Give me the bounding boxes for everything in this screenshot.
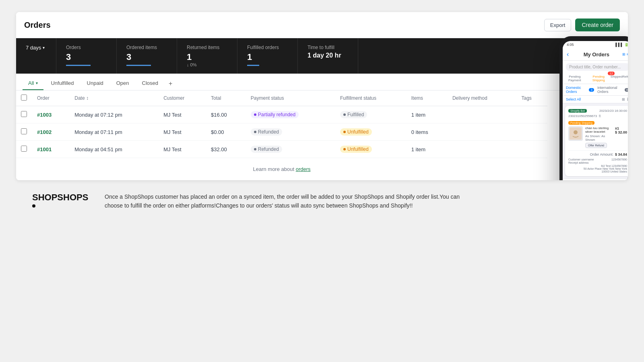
pending-payment-label: Pending Payment xyxy=(563,75,587,82)
order-customer-1002: MJ Test xyxy=(159,123,206,141)
order-total-1002: $0.00 xyxy=(206,123,246,141)
order-delivery-1002 xyxy=(448,123,517,141)
international-orders-badge: 0 xyxy=(625,88,628,92)
phone-product-info: chan luu sterling silver bracelet As Sho… xyxy=(585,126,613,148)
phone-tabs-row: Pending Payment Pending Shipping 12 Ship… xyxy=(563,73,628,84)
stats-bar: 7 days ▾ Orders 3 Ordered items 3 Return… xyxy=(16,38,628,74)
phone-nav-title: My Orders xyxy=(570,51,622,58)
phone-customer-username-row: Customer username 1234567890 xyxy=(568,158,627,161)
time-to-fulfill-value: 1 day 20 hr xyxy=(308,52,348,59)
table-row: #1003 Monday at 07:12 pm MJ Test $16.00 … xyxy=(16,106,547,123)
phone-store-badge: Shopify Bot xyxy=(568,109,587,113)
phone-product-name: chan luu sterling silver bracelet xyxy=(585,126,613,134)
tab-all[interactable]: All ▾ xyxy=(23,77,43,90)
order-link-1003[interactable]: #1003 xyxy=(37,112,52,118)
tab-unpaid[interactable]: Unpaid xyxy=(81,77,109,90)
orders-value: 3 xyxy=(66,52,107,62)
returned-items-label: Returned items xyxy=(187,45,227,50)
payment-badge-1003: Partially refunded xyxy=(251,111,299,118)
phone-product-price: x1 $ 32.00 xyxy=(615,126,627,134)
order-delivery-1001 xyxy=(448,141,517,158)
returned-items-sub: ↓ 0% xyxy=(187,62,227,67)
phone-status-bar: 4:05 ▌▌▌ 🔋 xyxy=(563,41,628,48)
shopshops-logo: SHOPSHOPS xyxy=(32,192,97,208)
back-icon[interactable]: ‹ xyxy=(567,51,569,58)
phone-tab-pending-shipping[interactable]: Pending Shipping 12 xyxy=(587,75,611,82)
phone-tab-pending-payment[interactable]: Pending Payment xyxy=(563,75,587,82)
chevron-down-icon: ▾ xyxy=(43,45,45,50)
phone-international-orders-tab[interactable]: International Orders 0 xyxy=(597,86,628,94)
fulfillment-badge-1001: Unfulfilled xyxy=(340,146,372,153)
fulfilled-orders-stat: Fulfilled orders 1 xyxy=(237,38,298,74)
phone-product-details: As Shown: As Shown xyxy=(585,134,613,142)
row-checkbox-1002[interactable] xyxy=(21,128,27,134)
copy-icon[interactable]: ⎘ xyxy=(599,114,601,118)
pending-shipping-badge: 12 xyxy=(608,72,615,75)
date-filter[interactable]: 7 days ▾ xyxy=(26,45,46,51)
phone-product-image xyxy=(568,126,583,141)
phone-select-all[interactable]: Select All ⊞ ↧ xyxy=(563,96,628,103)
admin-panel: Orders Export Create order 7 days ▾ Orde… xyxy=(16,12,628,180)
fulfilled-orders-label: Fulfilled orders xyxy=(247,45,288,50)
phone-search-input[interactable]: Product title, Order number... xyxy=(566,63,628,71)
chevron-down-icon: ▾ xyxy=(36,81,38,85)
international-orders-label: International Orders xyxy=(597,86,624,94)
create-order-button[interactable]: Create order xyxy=(575,19,620,31)
refund-label: Refund xyxy=(622,75,628,78)
phone-status-badge: Pending Shipping xyxy=(568,121,594,125)
pending-shipping-label: Pending Shipping xyxy=(592,75,605,82)
order-tags-1001 xyxy=(516,141,547,158)
order-delivery-1003 xyxy=(448,106,517,123)
phone-address-value: MJ Test 123456789050 Actor Place New Yor… xyxy=(568,165,627,173)
phone-mockup: 4:05 ▌▌▌ 🔋 ‹ My Orders ⊞ ≡ Product title… xyxy=(559,36,628,180)
col-fulfillment-status: Fulfillment status xyxy=(335,90,407,106)
phone-screen: 4:05 ▌▌▌ 🔋 ‹ My Orders ⊞ ≡ Product title… xyxy=(563,41,628,180)
row-checkbox-1001[interactable] xyxy=(21,146,27,152)
col-order: Order xyxy=(32,90,70,106)
phone-domestic-orders-tab[interactable]: Domestic Orders 3 xyxy=(566,86,594,94)
badge-dot xyxy=(254,113,256,116)
row-checkbox-1003[interactable] xyxy=(21,111,27,117)
tab-open[interactable]: Open xyxy=(111,77,135,90)
order-customer-1001: MJ Test xyxy=(159,141,206,158)
phone-time: 4:05 xyxy=(567,43,574,47)
order-link-1002[interactable]: #1002 xyxy=(37,129,52,135)
export-button[interactable]: Export xyxy=(544,19,572,31)
ordered-items-value: 3 xyxy=(126,52,167,62)
tab-unfulfilled[interactable]: Unfulfilled xyxy=(45,77,79,90)
bottom-description: Once a ShopShops customer has placed an … xyxy=(105,192,467,210)
phone-tab-refund[interactable]: Refund xyxy=(622,75,628,82)
phone-order-date: 2023/2/23 16:30:00 xyxy=(599,109,627,113)
phone-receipt-address-row: Receipt address xyxy=(568,161,627,164)
badge-dot xyxy=(343,131,346,133)
returned-items-value: 1 xyxy=(187,52,227,62)
col-delivery: Delivery method xyxy=(448,90,517,106)
select-all-checkbox[interactable] xyxy=(21,95,27,101)
payment-badge-1002: Refunded xyxy=(251,128,282,136)
offer-refund-button[interactable]: Offer Refund xyxy=(585,143,607,148)
shipped-label: Shipped xyxy=(611,75,622,78)
phone-order-amount: Order Amount: $ 34.84 xyxy=(568,150,627,156)
order-date-1002: Monday at 07:11 pm xyxy=(70,123,159,141)
tab-closed[interactable]: Closed xyxy=(136,77,164,90)
date-filter-item[interactable]: 7 days ▾ xyxy=(16,38,56,74)
badge-dot xyxy=(254,148,256,150)
domestic-orders-label: Domestic Orders xyxy=(566,86,588,94)
order-link-1001[interactable]: #1001 xyxy=(37,146,52,152)
phone-order-tabs: Domestic Orders 3 International Orders 0 xyxy=(563,84,628,96)
time-to-fulfill-stat: Time to fulfill 1 day 20 hr xyxy=(298,38,358,74)
phone-tab-shipped[interactable]: Shipped xyxy=(611,75,622,82)
order-items-1003: 1 item xyxy=(407,106,448,123)
orders-table: Order Date ↕ Customer Total Payment stat… xyxy=(16,90,547,158)
sort-icon[interactable]: ↕ xyxy=(86,95,89,101)
col-date[interactable]: Date ↕ xyxy=(70,90,159,106)
phone-search-bar: Product title, Order number... xyxy=(563,61,628,73)
orders-link[interactable]: orders xyxy=(296,166,311,172)
col-items: Items xyxy=(407,90,448,106)
order-date-1001: Monday at 04:51 pm xyxy=(70,141,159,158)
fulfillment-badge-1003: Fulfilled xyxy=(340,111,367,118)
phone-bottom-actions: 💬 Ship xyxy=(563,179,628,180)
phone-product-row: chan luu sterling silver bracelet As Sho… xyxy=(568,126,627,148)
badge-dot xyxy=(343,148,346,150)
add-tab-button[interactable]: + xyxy=(165,78,175,89)
